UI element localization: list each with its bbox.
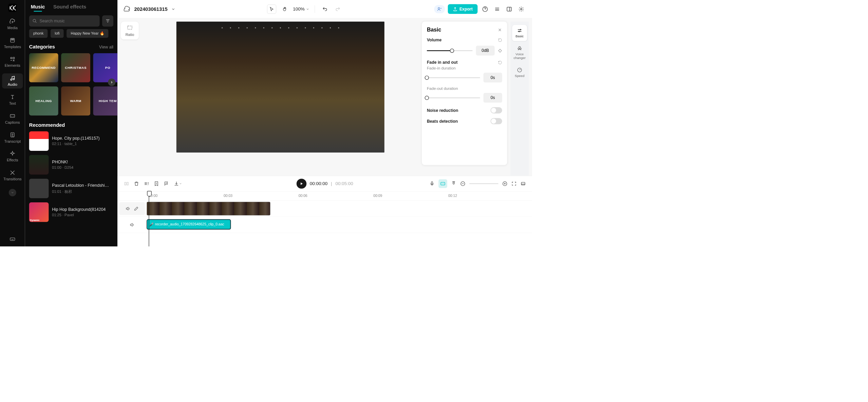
nav-sidebar: Media Templates Elements Audio Text Capt… — [0, 0, 25, 246]
layers-button[interactable] — [493, 4, 502, 14]
nav-text[interactable]: Text — [0, 92, 25, 107]
hand-tool-button[interactable] — [280, 4, 289, 14]
nav-collapse-button[interactable] — [9, 189, 16, 196]
categories-scroll-right[interactable] — [108, 79, 115, 86]
svg-rect-14 — [507, 7, 511, 11]
reset-fade-button[interactable] — [498, 60, 502, 64]
time-separator: | — [331, 181, 332, 186]
magnetic-button[interactable] — [451, 181, 456, 186]
svg-point-4 — [11, 57, 12, 59]
zoom-in-button[interactable] — [502, 181, 508, 186]
nav-elements[interactable]: Elements — [0, 55, 25, 70]
nav-transitions[interactable]: Transitions — [0, 168, 25, 183]
fit-button[interactable] — [511, 181, 517, 186]
nav-transcript[interactable]: Transcript — [0, 130, 25, 145]
nav-templates[interactable]: Templates — [0, 36, 25, 51]
project-name[interactable]: 202403061315 — [134, 6, 167, 12]
zoom-out-button[interactable] — [460, 181, 466, 186]
keyframe-button[interactable] — [498, 48, 502, 53]
audio-track-header[interactable] — [117, 222, 147, 227]
download-button[interactable] — [174, 181, 182, 186]
rtab-speed[interactable]: Speed — [512, 64, 527, 81]
split-button[interactable] — [124, 181, 129, 186]
fade-in-slider[interactable] — [427, 77, 480, 78]
beats-detection-toggle[interactable] — [490, 118, 502, 124]
play-button[interactable] — [297, 179, 306, 188]
app-logo[interactable] — [7, 3, 17, 13]
keyboard-shortcuts-button[interactable] — [10, 236, 16, 242]
close-panel-button[interactable] — [497, 27, 502, 32]
track-title: Pascal Letoublon - Friendships... — [52, 183, 110, 188]
category-high-tempo[interactable]: HIGH TEM — [93, 86, 118, 116]
track-item[interactable]: Hope. City pop.(1145157) 02:11 · table_1 — [29, 131, 113, 151]
category-healing[interactable]: HEALING — [29, 86, 58, 116]
filter-button[interactable] — [102, 15, 113, 26]
nav-media[interactable]: Media — [0, 17, 25, 32]
transitions-icon — [10, 169, 16, 176]
chevron-down-icon[interactable] — [171, 7, 175, 11]
categories-heading: Categories — [29, 44, 55, 50]
search-icon — [33, 19, 37, 23]
fade-out-value[interactable]: 0s — [484, 93, 502, 103]
track-item[interactable]: PHONK! 01:00 · D254 — [29, 155, 113, 175]
settings-button[interactable] — [517, 4, 526, 14]
undo-button[interactable] — [320, 4, 329, 14]
fade-out-slider[interactable] — [427, 97, 480, 98]
reset-volume-button[interactable] — [498, 38, 502, 42]
timeline-ruler[interactable]: 00:00 00:03 00:06 00:09 00:12 — [117, 192, 532, 201]
noise-reduction-toggle[interactable] — [490, 107, 502, 113]
audio-clip[interactable]: 🎤 recorder_audio_1709282648625_clip_0.aa… — [147, 219, 231, 230]
track-item[interactable]: Pascal Letoublon - Friendships... 01:01 … — [29, 179, 113, 198]
video-canvas[interactable] — [142, 22, 419, 176]
track-meta: 01:00 · D254 — [52, 166, 73, 170]
volume-slider[interactable] — [427, 50, 473, 51]
nav-label: Elements — [5, 64, 20, 68]
pointer-tool-button[interactable] — [267, 4, 276, 14]
tag-happy-new-year[interactable]: Happy New Year 🔥 — [67, 29, 108, 38]
playhead[interactable] — [149, 192, 149, 246]
nav-captions[interactable]: Captions — [0, 111, 25, 126]
export-button[interactable]: Export — [448, 4, 478, 14]
view-all-link[interactable]: View all — [99, 44, 113, 49]
svg-rect-25 — [521, 182, 525, 185]
expand-button[interactable] — [521, 181, 526, 186]
zoom-level[interactable]: 100% — [293, 6, 309, 12]
search-music-box[interactable] — [29, 15, 100, 26]
flag-button[interactable] — [164, 181, 169, 186]
fade-in-value[interactable]: 0s — [484, 73, 502, 83]
beats-detection-row: Beats detection — [427, 118, 502, 124]
nav-effects[interactable]: Effects — [0, 149, 25, 164]
category-po[interactable]: PO — [93, 53, 118, 82]
tag-lofi[interactable]: lofi — [51, 29, 64, 38]
marker-add-button[interactable] — [154, 181, 159, 186]
ratio-button[interactable]: Ratio — [121, 22, 139, 40]
help-button[interactable] — [480, 4, 490, 14]
tab-music[interactable]: Music — [31, 4, 45, 9]
search-input[interactable] — [39, 19, 96, 23]
collaborators-button[interactable] — [434, 5, 445, 13]
sidebar-toggle-button[interactable] — [505, 4, 514, 14]
timeline-zoom-slider[interactable] — [469, 183, 498, 184]
category-recommend[interactable]: RECOMMEND — [29, 53, 58, 82]
video-track-header[interactable] — [119, 202, 145, 215]
track-item[interactable]: Hip Hop Background(814204 01:25 · Pavel — [29, 202, 113, 222]
cloud-sync-icon[interactable] — [124, 6, 131, 13]
tab-sound-effects[interactable]: Sound effects — [53, 4, 86, 9]
category-christmas[interactable]: CHRISTMAS — [61, 53, 90, 82]
tag-phonk[interactable]: phonk — [29, 29, 48, 38]
nav-audio[interactable]: Audio — [2, 73, 23, 88]
delete-button[interactable] — [134, 181, 139, 186]
category-warm[interactable]: WARM — [61, 86, 90, 116]
auto-captions-button[interactable] — [438, 179, 447, 188]
recommended-heading: Recommended — [29, 122, 65, 128]
rtab-voice-changer[interactable]: Voice changer — [512, 43, 527, 63]
nav-label: Media — [7, 26, 18, 30]
auto-cut-button[interactable] — [144, 181, 149, 186]
mic-button[interactable] — [429, 181, 435, 186]
svg-rect-16 — [128, 26, 132, 29]
volume-value[interactable]: 0dB — [476, 46, 495, 56]
fade-label: Fade in and out — [427, 60, 502, 65]
redo-button[interactable] — [333, 4, 342, 14]
rtab-basic[interactable]: Basic — [512, 25, 527, 41]
video-clip[interactable] — [147, 202, 270, 215]
